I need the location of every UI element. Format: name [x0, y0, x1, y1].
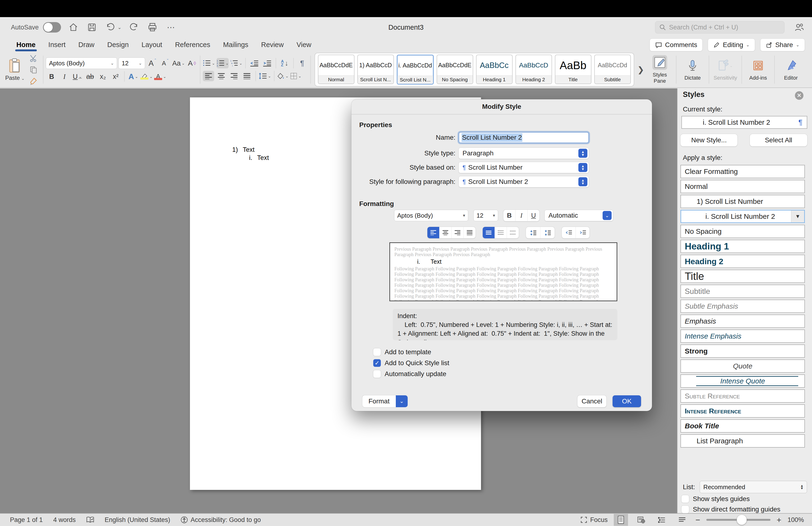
style-list-item[interactable]: Intense Quote [680, 374, 805, 388]
align-center-button[interactable] [216, 71, 227, 81]
print-icon[interactable] [146, 21, 159, 33]
style-list-item[interactable]: Subtle Reference [680, 389, 805, 403]
save-icon[interactable] [86, 21, 98, 33]
sort-button[interactable]: AZ↓ [279, 58, 290, 68]
style-list-item[interactable]: List Paragraph [680, 434, 805, 447]
style-list-item[interactable]: i. Scroll List Number 2 ▼ [680, 210, 805, 223]
pane-option-checkbox[interactable] [681, 506, 689, 513]
style-based-on-select[interactable]: ¶Scroll List Number▲▼ [459, 162, 589, 173]
ribbon-tab-mailings[interactable]: Mailings [217, 38, 255, 52]
ribbon-tab-review[interactable]: Review [255, 38, 290, 52]
numbering-button[interactable]: 123⌄ [217, 58, 229, 68]
dictate-button[interactable]: Dictate [679, 58, 706, 81]
ribbon-tab-view[interactable]: View [290, 38, 318, 52]
style-list-item[interactable]: Subtitle [680, 285, 805, 298]
cancel-button[interactable]: Cancel [577, 395, 606, 407]
draft-view-button[interactable] [675, 514, 689, 526]
share-button[interactable]: Share⌄ [760, 39, 805, 51]
style-item-dropdown-icon[interactable]: ▼ [791, 211, 804, 222]
shading-button[interactable]: ⌄ [277, 71, 289, 81]
style-list-item[interactable]: Intense Reference [680, 404, 805, 418]
strikethrough-button[interactable]: ab [84, 71, 96, 82]
style-list-item[interactable]: Normal [680, 180, 805, 193]
style-gallery-item[interactable]: AaBb Title [555, 55, 592, 84]
copy-icon[interactable] [29, 65, 38, 74]
page-count[interactable]: Page 1 of 1 [10, 516, 43, 524]
style-gallery-item[interactable]: AaBbCcD Heading 2 [516, 55, 552, 84]
clear-formatting-button[interactable]: A◊ [186, 58, 198, 68]
format-font-select[interactable]: Aptos (Body)▾ [394, 210, 468, 221]
increase-space-button[interactable] [526, 227, 540, 238]
justify-button[interactable] [241, 71, 252, 81]
style-gallery-item[interactable]: AaBbCcDdE Normal [318, 55, 354, 84]
style-list-item[interactable]: Emphasis [680, 315, 805, 328]
font-color-button[interactable]: A⌄ [154, 71, 166, 82]
grow-font-button[interactable]: Aˆ [146, 58, 158, 68]
align-right-button[interactable] [228, 71, 240, 81]
comments-button[interactable]: Comments [650, 39, 702, 51]
format-align-center-button[interactable] [439, 227, 451, 238]
format-align-left-button[interactable] [427, 227, 439, 238]
people-icon[interactable] [794, 22, 804, 32]
style-type-select[interactable]: Paragraph▲▼ [459, 148, 589, 159]
format-increase-indent-button[interactable] [576, 227, 590, 238]
format-size-select[interactable]: 12▾ [474, 210, 498, 221]
style-list-item[interactable]: Heading 1 [680, 240, 805, 253]
more-commands-icon[interactable]: ⋯ [165, 21, 177, 33]
new-style-button[interactable]: New Style... [680, 134, 737, 146]
word-count[interactable]: 4 words [53, 516, 76, 524]
highlight-button[interactable]: ⌄ [140, 71, 153, 82]
add-ins-button[interactable]: Add-ins [744, 58, 772, 81]
ribbon-tab-draw[interactable]: Draw [72, 38, 101, 52]
style-gallery-item[interactable]: 1) AaBbCcD Scroll List N... [357, 55, 394, 84]
zoom-slider[interactable] [706, 519, 770, 521]
format-painter-icon[interactable] [29, 77, 38, 85]
autosave-toggle[interactable] [43, 22, 61, 32]
dialog-option-checkbox[interactable] [373, 348, 381, 356]
cut-icon[interactable] [29, 54, 38, 62]
align-left-button[interactable] [203, 71, 214, 81]
dialog-option-checkbox[interactable] [373, 370, 381, 378]
zoom-level[interactable]: 100% [787, 516, 804, 524]
subscript-button[interactable]: x₂ [97, 71, 108, 82]
style-list-item[interactable]: 1) Scroll List Number [680, 195, 805, 208]
format-align-right-button[interactable] [451, 227, 463, 238]
font-name-select[interactable]: Aptos (Body)⌄ [46, 57, 117, 69]
style-list-item[interactable]: No Spacing [680, 225, 805, 238]
editor-button[interactable]: Editor [777, 58, 804, 81]
undo-dropdown-icon[interactable]: ⌄ [117, 25, 121, 30]
web-layout-view-button[interactable] [634, 514, 649, 526]
style-gallery-item[interactable]: i. AaBbCcDd Scroll List N... [397, 55, 434, 85]
spacing-single-button[interactable] [483, 227, 495, 238]
ribbon-tab-layout[interactable]: Layout [135, 38, 169, 52]
shrink-font-button[interactable]: Aˇ [159, 58, 171, 68]
italic-button[interactable]: I [59, 71, 70, 82]
spacing-1-5-button[interactable] [495, 227, 507, 238]
style-list-item[interactable]: Subtle Emphasis [680, 300, 805, 313]
format-decrease-indent-button[interactable] [562, 227, 576, 238]
format-color-select[interactable]: Automatic⌄ [545, 210, 613, 221]
style-gallery-item[interactable]: AaBbCcDd Subtitle [594, 55, 631, 84]
show-paragraph-marks-button[interactable]: ¶ [296, 58, 308, 68]
decrease-indent-button[interactable] [249, 58, 260, 68]
multilevel-list-button[interactable]: 1ai⌄ [230, 58, 242, 68]
styles-pane-button[interactable]: Styles Pane [646, 55, 673, 84]
style-list-item[interactable]: Book Title [680, 419, 805, 432]
print-layout-view-button[interactable] [614, 514, 628, 526]
text-effects-button[interactable]: A⌄ [128, 71, 139, 82]
paste-button[interactable]: Paste ⌄ [5, 58, 25, 81]
following-paragraph-select[interactable]: ¶Scroll List Number 2▲▼ [459, 176, 589, 187]
list-filter-select[interactable]: Recommended ▲▼ [700, 481, 807, 493]
zoom-slider-knob[interactable] [737, 515, 747, 525]
dialog-option-checkbox[interactable]: ✓ [373, 359, 381, 367]
focus-button[interactable]: Focus [580, 516, 608, 524]
undo-icon[interactable] [104, 21, 117, 33]
ok-button[interactable]: OK [612, 395, 641, 407]
style-list-item[interactable]: Strong [680, 344, 805, 358]
outline-view-button[interactable] [655, 514, 669, 526]
pane-option-checkbox[interactable] [681, 495, 689, 503]
style-gallery-item[interactable]: AaBbCcDdE No Spacing [437, 55, 473, 84]
select-all-button[interactable]: Select All [750, 134, 807, 146]
font-size-select[interactable]: 12⌄ [118, 57, 145, 69]
gallery-more-icon[interactable]: ❯ [638, 65, 644, 74]
